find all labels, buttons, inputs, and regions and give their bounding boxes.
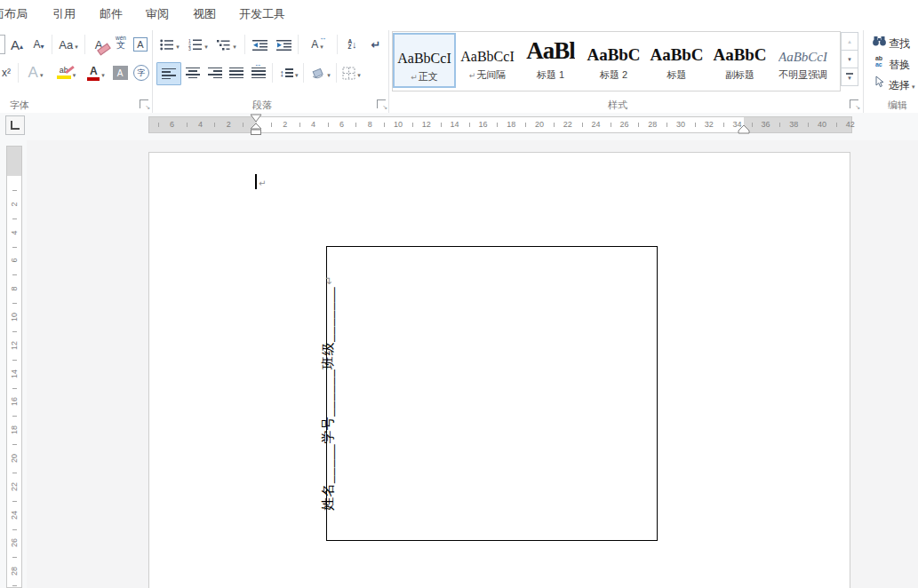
menu-tab-5[interactable]: 视图 — [193, 6, 216, 22]
font-color-icon: A — [87, 66, 100, 81]
ruler-number: 8 — [368, 120, 372, 129]
align-center-icon — [186, 66, 200, 79]
font-size-combobox[interactable] — [0, 35, 5, 54]
superscript-button[interactable]: x² — [0, 62, 16, 83]
right-indent-marker[interactable] — [738, 125, 750, 135]
styles-scroll-up-button[interactable]: ▲ — [841, 32, 858, 51]
ruler-number: 18 — [6, 422, 22, 438]
font-color-button[interactable]: A — [83, 62, 109, 83]
ruler-number: 26 — [6, 535, 22, 551]
ruler-number: 12 — [6, 338, 22, 354]
align-right-icon — [208, 66, 222, 79]
style-item[interactable]: AaBbCcI↵正文 — [393, 33, 456, 88]
hanging-indent-marker[interactable] — [250, 123, 263, 136]
select-button[interactable]: 选择 — [889, 78, 915, 93]
text-effects-icon: A — [28, 64, 38, 82]
borders-icon — [342, 67, 355, 80]
increase-indent-button[interactable] — [273, 34, 295, 55]
ruler-number: 10 — [394, 120, 403, 129]
phonetic-guide-button[interactable]: wén 文 — [111, 32, 131, 53]
bullets-button[interactable] — [156, 34, 183, 55]
distribute-button[interactable]: ↔ — [247, 62, 270, 83]
menu-tab-1[interactable]: 面布局 — [0, 6, 28, 22]
styles-more-button[interactable]: ▼ — [841, 68, 858, 86]
ruler-number: 30 — [676, 120, 685, 129]
multilevel-list-button[interactable] — [213, 34, 240, 55]
style-item[interactable]: AaBbCcI↵无间隔 — [456, 33, 519, 88]
character-shading-button[interactable]: A — [110, 62, 130, 83]
find-button[interactable]: 查找 — [889, 36, 910, 52]
style-name: 标题 1 — [537, 68, 564, 82]
ruler-number: 32 — [705, 120, 714, 129]
word-window: 面布局引用邮件审阅视图开发工具 A A Aa A wén 文 A — [0, 0, 918, 588]
text-effects-button[interactable]: A — [21, 62, 50, 83]
replace-button[interactable]: 替换 — [889, 58, 910, 73]
justify-icon — [229, 66, 243, 79]
paint-bucket-icon — [310, 67, 325, 79]
borders-button[interactable] — [338, 62, 365, 83]
align-center-button[interactable] — [182, 62, 204, 83]
svg-text:3: 3 — [188, 46, 191, 51]
line-spacing-button[interactable]: ↕ — [275, 62, 302, 83]
document-page[interactable]: ↵ 姓名_____学号______班级_______↵ — [148, 152, 850, 588]
style-item[interactable]: AaBbC标题 — [645, 33, 708, 88]
ruler-number: 2 — [227, 120, 231, 129]
clear-formatting-button[interactable]: A — [87, 34, 110, 55]
find-icon — [871, 35, 887, 46]
ruler-number: 26 — [619, 120, 628, 129]
style-preview: AaBbCcI — [397, 35, 451, 67]
styles-scroll-down-button[interactable]: ▼ — [841, 50, 858, 68]
align-left-button[interactable] — [156, 62, 181, 85]
style-item[interactable]: AaBl标题 1 — [519, 33, 582, 88]
shading-button[interactable] — [307, 62, 334, 83]
ruler-number: 6 — [170, 120, 174, 129]
font-dialog-launcher[interactable] — [140, 99, 148, 108]
decrease-indent-icon — [252, 39, 267, 51]
menu-tab-2[interactable]: 引用 — [52, 6, 76, 22]
ruler-number: 2 — [283, 120, 287, 129]
tab-stop-selector[interactable] — [5, 115, 25, 135]
dropdown-arrow-icon — [293, 65, 299, 81]
ruler-number: 22 — [6, 479, 22, 495]
style-item[interactable]: AaBbCcI不明显强调 — [771, 33, 834, 88]
grow-font-button[interactable]: A — [6, 34, 28, 55]
button-separator — [303, 63, 304, 83]
show-hide-marks-button[interactable]: ↵ — [365, 34, 387, 55]
bullet-list-icon — [160, 39, 174, 51]
ruler-number: 8 — [6, 281, 22, 297]
style-name: ↵正文 — [411, 70, 438, 83]
sort-button[interactable]: A Z ↓ — [340, 34, 364, 55]
numbering-button[interactable]: 1 2 3 — [185, 34, 212, 55]
align-right-button[interactable] — [204, 62, 226, 83]
style-item[interactable]: AaBbC标题 2 — [582, 33, 645, 88]
change-case-button[interactable]: Aa — [54, 34, 83, 55]
vertical-ruler[interactable]: 246810121416182022242628 — [6, 146, 22, 588]
editing-group-label: 编辑 — [888, 99, 907, 112]
textbox[interactable]: 姓名_____学号______班级_______↵ — [326, 246, 658, 541]
menu-tab-6[interactable]: 开发工具 — [239, 6, 285, 22]
paragraph-mark: ↵ — [323, 276, 335, 285]
distribute-icon: ↔ — [251, 66, 266, 79]
menu-tab-3[interactable]: 邮件 — [100, 6, 123, 22]
styles-dialog-launcher[interactable] — [850, 99, 858, 108]
asian-layout-button[interactable]: A↔ — [301, 34, 333, 55]
font-color-bar — [87, 77, 100, 81]
paragraph-group-label: 段落 — [252, 99, 272, 112]
shrink-font-button[interactable]: A — [28, 34, 49, 55]
paragraph-dialog-launcher[interactable] — [377, 99, 386, 108]
enclose-characters-button[interactable]: 字 — [131, 62, 152, 83]
character-border-button[interactable]: A — [131, 34, 150, 55]
style-name: 副标题 — [725, 68, 754, 82]
dropdown-arrow-icon — [38, 65, 44, 81]
style-item[interactable]: AaBbC副标题 — [708, 33, 771, 88]
text-cursor — [255, 174, 257, 189]
menu-tab-4[interactable]: 审阅 — [146, 6, 169, 22]
ruler-number: 40 — [818, 120, 826, 129]
ruler-number: 4 — [311, 120, 315, 129]
decrease-indent-button[interactable] — [249, 34, 271, 55]
justify-button[interactable] — [226, 62, 247, 83]
dropdown-arrow-icon — [325, 65, 331, 81]
character-border-icon: A — [133, 37, 147, 52]
text-highlight-color-button[interactable]: ab — [51, 62, 82, 83]
first-line-indent-marker[interactable] — [250, 114, 263, 123]
